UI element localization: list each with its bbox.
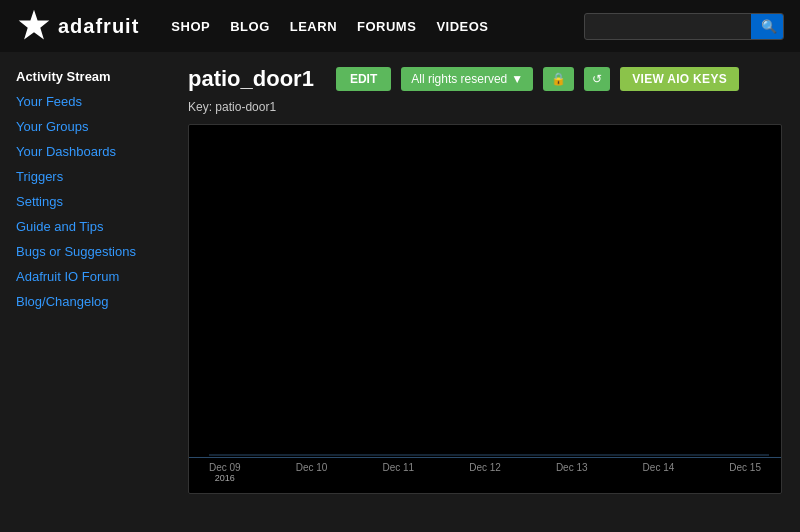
sidebar-item-your-dashboards[interactable]: Your Dashboards: [0, 139, 170, 164]
sidebar-item-triggers[interactable]: Triggers: [0, 164, 170, 189]
search-input[interactable]: [585, 14, 751, 38]
x-label-0: Dec 09 2016: [209, 462, 241, 483]
nav-learn[interactable]: LEARN: [290, 19, 337, 34]
sidebar: Activity Stream Your Feeds Your Groups Y…: [0, 52, 170, 532]
nav-shop[interactable]: SHOP: [171, 19, 210, 34]
logo-text: adafruit: [58, 15, 139, 38]
nav-links: SHOP BLOG LEARN FORUMS VIDEOS: [171, 19, 560, 34]
x-label-3: Dec 12: [469, 462, 501, 483]
refresh-button[interactable]: ↺: [584, 67, 610, 91]
feed-header: patio_door1 EDIT All rights reserved ▼ 🔒…: [188, 66, 782, 92]
refresh-icon: ↺: [592, 72, 602, 86]
license-button[interactable]: All rights reserved ▼: [401, 67, 533, 91]
main-layout: Activity Stream Your Feeds Your Groups Y…: [0, 52, 800, 532]
sidebar-item-your-feeds[interactable]: Your Feeds: [0, 89, 170, 114]
edit-button[interactable]: EDIT: [336, 67, 391, 91]
x-label-1: Dec 10: [296, 462, 328, 483]
lock-button[interactable]: 🔒: [543, 67, 574, 91]
logo-area[interactable]: adafruit: [16, 8, 139, 44]
main-content: patio_door1 EDIT All rights reserved ▼ 🔒…: [170, 52, 800, 532]
lock-icon: 🔒: [551, 72, 566, 86]
x-label-2: Dec 11: [382, 462, 414, 483]
x-label-6: Dec 15: [729, 462, 761, 483]
sidebar-item-blog-changelog[interactable]: Blog/Changelog: [0, 289, 170, 314]
view-aio-keys-button[interactable]: VIEW AIO KEYS: [620, 67, 739, 91]
search-area: 🔍: [584, 13, 784, 40]
sidebar-item-activity-stream[interactable]: Activity Stream: [0, 64, 170, 89]
sidebar-item-adafruit-io-forum[interactable]: Adafruit IO Forum: [0, 264, 170, 289]
sidebar-item-settings[interactable]: Settings: [0, 189, 170, 214]
adafruit-logo-star: [16, 8, 52, 44]
license-label: All rights reserved: [411, 72, 507, 86]
key-value: patio-door1: [215, 100, 276, 114]
chart-xaxis-labels: Dec 09 2016 Dec 10 Dec 11 Dec 12 Dec 13: [189, 462, 781, 483]
chart-xaxis: Dec 09 2016 Dec 10 Dec 11 Dec 12 Dec 13: [189, 457, 781, 493]
chart-area: Dec 09 2016 Dec 10 Dec 11 Dec 12 Dec 13: [188, 124, 782, 494]
feed-title: patio_door1: [188, 66, 314, 92]
nav-forums[interactable]: FORUMS: [357, 19, 416, 34]
chevron-down-icon: ▼: [511, 72, 523, 86]
feed-key: Key: patio-door1: [188, 100, 782, 114]
x-label-5: Dec 14: [643, 462, 675, 483]
chart-svg: [189, 125, 781, 493]
search-button[interactable]: 🔍: [751, 14, 784, 39]
sidebar-item-your-groups[interactable]: Your Groups: [0, 114, 170, 139]
key-label: Key:: [188, 100, 212, 114]
top-navigation: adafruit SHOP BLOG LEARN FORUMS VIDEOS 🔍: [0, 0, 800, 52]
sidebar-item-guide-tips[interactable]: Guide and Tips: [0, 214, 170, 239]
sidebar-item-bugs-suggestions[interactable]: Bugs or Suggestions: [0, 239, 170, 264]
nav-videos[interactable]: VIDEOS: [436, 19, 488, 34]
nav-blog[interactable]: BLOG: [230, 19, 270, 34]
x-label-4: Dec 13: [556, 462, 588, 483]
svg-marker-0: [19, 10, 50, 40]
